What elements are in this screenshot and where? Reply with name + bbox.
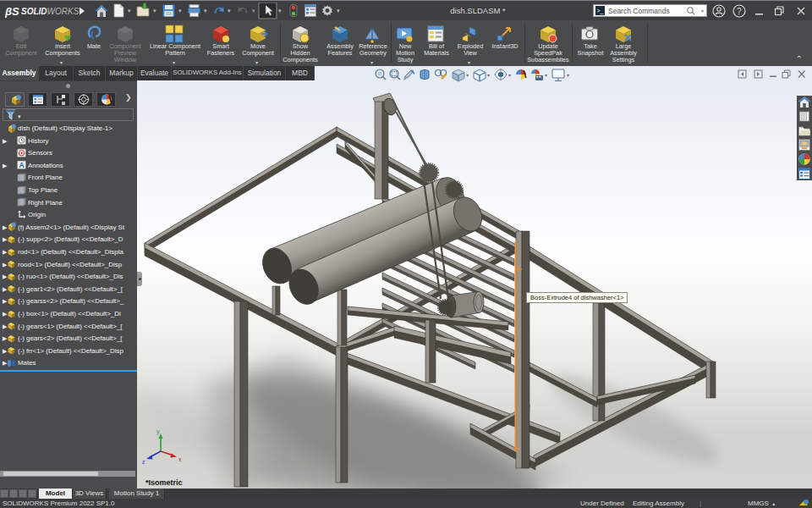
svg-text:z: z bbox=[142, 459, 145, 465]
svg-text:▾: ▾ bbox=[204, 8, 207, 14]
svg-text:▾: ▾ bbox=[252, 8, 255, 14]
svg-text:▾: ▾ bbox=[278, 8, 282, 14]
svg-text:?: ? bbox=[737, 7, 742, 16]
svg-text:▾: ▾ bbox=[466, 73, 469, 78]
svg-text:x: x bbox=[178, 456, 182, 462]
svg-text:▾: ▾ bbox=[337, 8, 340, 14]
svg-text:y: y bbox=[156, 428, 160, 435]
svg-text:▾: ▾ bbox=[545, 73, 547, 78]
svg-text:▾: ▾ bbox=[178, 8, 182, 14]
svg-text:▾: ▾ bbox=[128, 8, 131, 14]
svg-text:▾: ▾ bbox=[487, 73, 490, 78]
svg-text:SOLIDWORKS: SOLIDWORKS bbox=[21, 7, 80, 16]
svg-text:βS: βS bbox=[5, 5, 19, 18]
svg-text:▾: ▾ bbox=[567, 73, 569, 78]
svg-text:▾: ▾ bbox=[18, 113, 21, 119]
svg-text:▾: ▾ bbox=[228, 8, 231, 14]
svg-text:A: A bbox=[19, 161, 25, 169]
svg-text:▾: ▾ bbox=[153, 8, 156, 14]
svg-text:▾: ▾ bbox=[508, 73, 511, 78]
